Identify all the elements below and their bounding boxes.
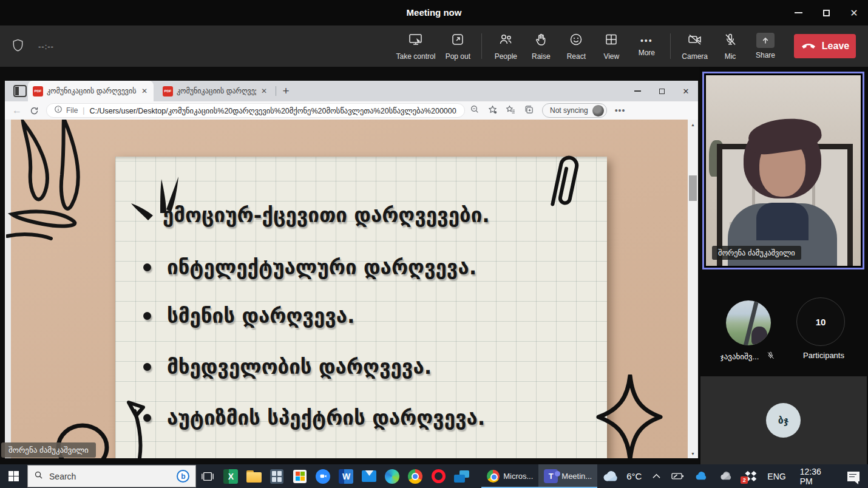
weather-cloud-icon <box>603 470 621 483</box>
scrollbar-thumb[interactable] <box>689 175 697 201</box>
teams-window-button[interactable]: T Meetin... <box>538 464 597 488</box>
connect-taskbar-icon[interactable] <box>450 464 473 488</box>
excel-taskbar-icon[interactable]: X <box>219 464 242 488</box>
more-button[interactable]: ••• More <box>629 25 664 67</box>
people-button[interactable]: People <box>488 25 523 67</box>
settings-menu-icon[interactable]: ••• <box>615 106 626 115</box>
raise-hand-button[interactable]: Raise <box>523 25 558 67</box>
raise-hand-icon <box>534 32 548 49</box>
bullet-dot <box>143 312 151 320</box>
view-button[interactable]: View <box>594 25 629 67</box>
start-button[interactable] <box>0 464 27 488</box>
list-item: ემოციურ-ქცევითი დარღვევები. <box>163 203 490 227</box>
mic-button[interactable]: Mic <box>713 25 748 67</box>
language-indicator[interactable]: ENG <box>762 464 791 488</box>
react-button[interactable]: React <box>558 25 594 67</box>
window-controls: ✕ <box>784 0 868 25</box>
url-field[interactable]: File | C:/Users/user/Desktop/კომუნიკაციი… <box>46 103 465 118</box>
leave-button[interactable]: Leave <box>794 34 856 58</box>
onedrive-gray-icon[interactable] <box>714 464 739 488</box>
word-taskbar-icon[interactable]: W <box>334 464 358 488</box>
shared-screen-stage: PDF კომუნიკაციის დარღვევის მ ✕ PDF კომუნ… <box>0 67 699 464</box>
meeting-side-panel: შორენა ძამუკაშვილი ჯავახიშვ... 10 Partic… <box>699 67 868 464</box>
shield-icon <box>11 38 25 55</box>
task-view-button[interactable] <box>196 464 219 488</box>
bing-chat-icon[interactable]: b <box>177 470 189 483</box>
camera-off-icon <box>687 32 703 49</box>
browser-close-button[interactable]: ✕ <box>674 81 698 101</box>
clock[interactable]: 12:36 PM <box>792 464 839 488</box>
browser-minimize-button[interactable] <box>625 81 649 101</box>
pop-out-button[interactable]: Pop out <box>440 25 475 67</box>
chrome-window-button[interactable]: Micros... <box>481 464 538 488</box>
new-tab-button[interactable]: + <box>279 84 293 98</box>
take-control-button[interactable]: Take control <box>392 25 441 67</box>
view-grid-icon <box>604 32 619 49</box>
more-dots-icon: ••• <box>640 36 653 46</box>
file-explorer-taskbar-icon[interactable] <box>242 464 265 488</box>
share-button[interactable]: Share <box>748 25 783 67</box>
browser-tabstrip: PDF კომუნიკაციის დარღვევის მ ✕ PDF კომუნ… <box>5 81 698 101</box>
profile-sync-button[interactable]: Not syncing <box>542 103 607 118</box>
address-divider: | <box>83 106 84 115</box>
speaker-video-tile[interactable]: შორენა ძამუკაშვილი <box>702 72 864 269</box>
camera-button[interactable]: Camera <box>677 25 713 67</box>
mail-taskbar-icon[interactable] <box>358 464 381 488</box>
scroll-down-icon[interactable]: ▼ <box>688 449 698 458</box>
tab-close-icon[interactable]: ✕ <box>260 87 268 95</box>
participant-count-circle[interactable]: 10 <box>796 297 845 346</box>
file-protocol-label: File <box>66 106 78 115</box>
participants-label: Participants <box>790 351 857 360</box>
browser-addressbar: ← File | C:/Users/user/Desktop/კომუნიკაც… <box>5 101 698 120</box>
weather-widget[interactable]: 6°C <box>597 464 647 488</box>
chrome-taskbar-icon[interactable] <box>404 464 427 488</box>
zoom-taskbar-icon[interactable] <box>311 464 334 488</box>
browser-tab-inactive[interactable]: PDF კომუნიკაციის დარღვევის მ ✕ <box>158 81 273 101</box>
tray-expand-button[interactable] <box>647 464 666 488</box>
bullet-dot <box>143 263 151 271</box>
battery-icon[interactable] <box>666 464 690 488</box>
pdf-scrollbar[interactable]: ▲ ▼ <box>688 120 698 458</box>
windows-taskbar: Search b X W Micros... T Meetin... 6°C <box>0 464 868 488</box>
scroll-up-icon[interactable]: ▲ <box>688 120 698 129</box>
chrome-icon <box>487 470 500 483</box>
pdf-page-edge <box>5 120 11 458</box>
zoom-out-icon[interactable] <box>470 104 480 117</box>
sync-status-label: Not syncing <box>550 106 588 115</box>
speaker-name-badge: შორენა ძამუკაშვილი <box>712 246 801 260</box>
pdf-file-icon: PDF <box>33 86 43 97</box>
teams-icon: T <box>544 469 558 483</box>
maximize-button[interactable] <box>812 0 840 25</box>
pdf-file-icon: PDF <box>163 86 173 97</box>
store-taskbar-icon[interactable] <box>288 464 311 488</box>
meeting-title: Meeting now <box>0 0 868 25</box>
toolbar-divider <box>670 33 671 59</box>
self-video-tile[interactable]: ბჯ <box>700 376 867 464</box>
tab-close-icon[interactable]: ✕ <box>140 87 149 95</box>
dropbox-icon[interactable]: 2 <box>739 464 762 488</box>
action-center-button[interactable] <box>839 464 868 488</box>
speaker-turtleneck <box>756 203 809 240</box>
toolbar-divider <box>481 33 482 59</box>
favorites-star-icon[interactable] <box>487 104 498 117</box>
onedrive-blue-icon[interactable] <box>690 464 714 488</box>
participant-avatar[interactable] <box>726 300 771 345</box>
url-text: C:/Users/user/Desktop/კომუნიკაციის%20დარ… <box>89 106 457 115</box>
close-button[interactable]: ✕ <box>840 0 868 25</box>
browser-tab-active[interactable]: PDF კომუნიკაციის დარღვევის მ ✕ <box>28 81 154 101</box>
favorites-bar-icon[interactable] <box>506 104 516 117</box>
back-icon[interactable]: ← <box>8 105 25 116</box>
people-icon <box>498 32 514 49</box>
list-item: აუტიზმის სპექტრის დარღვევა. <box>143 406 485 430</box>
minimize-button[interactable] <box>784 0 812 25</box>
refresh-icon[interactable] <box>25 106 42 115</box>
participant-name: ჯავახიშვ... <box>721 352 759 361</box>
collections-icon[interactable] <box>524 104 534 117</box>
calculator-taskbar-icon[interactable] <box>265 464 288 488</box>
edge-taskbar-icon[interactable] <box>381 464 404 488</box>
taskbar-search[interactable]: Search b <box>27 465 196 487</box>
dropbox-badge: 2 <box>741 476 748 484</box>
browser-restore-button[interactable] <box>649 81 674 101</box>
opera-taskbar-icon[interactable] <box>427 464 450 488</box>
tab-actions-icon[interactable] <box>13 85 27 97</box>
